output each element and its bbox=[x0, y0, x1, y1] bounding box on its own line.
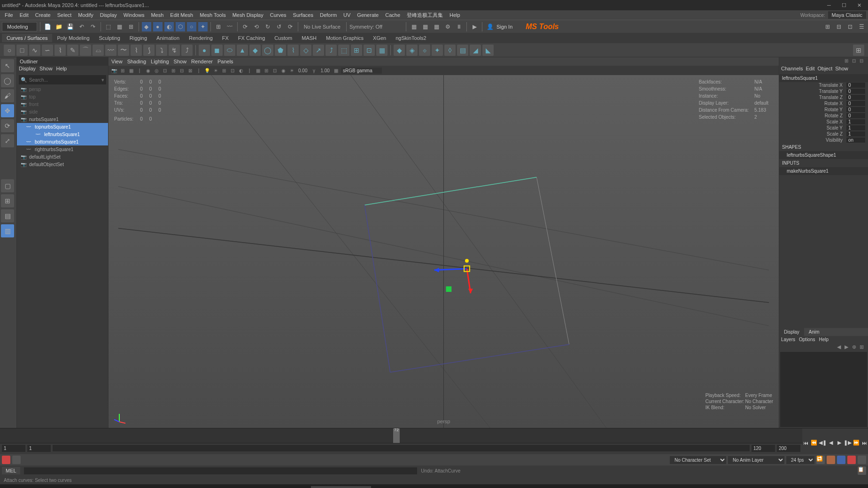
mask-icon[interactable]: ● bbox=[153, 22, 163, 31]
shelf-tab[interactable]: FX bbox=[217, 34, 233, 42]
surface-icon[interactable]: ◊ bbox=[444, 45, 456, 56]
menu-create[interactable]: Create bbox=[32, 11, 54, 19]
menu-curves[interactable]: Curves bbox=[267, 11, 289, 19]
surface-icon[interactable]: ⌇ bbox=[287, 45, 299, 56]
outliner-item[interactable]: 📷defaultObjectSet bbox=[17, 160, 108, 168]
mask-icon[interactable]: ⬡ bbox=[176, 22, 185, 31]
surface-icon[interactable]: ⊡ bbox=[364, 45, 375, 56]
attribute-value[interactable]: 1 bbox=[846, 125, 865, 130]
vp-tool-icon[interactable]: | bbox=[195, 67, 202, 74]
nurbs-square-icon[interactable]: □ bbox=[16, 45, 28, 56]
signin-button[interactable]: Sign In bbox=[496, 24, 512, 30]
selected-object-name[interactable]: leftnurbsSquare1 bbox=[779, 74, 868, 82]
play-icon[interactable]: ▶ bbox=[470, 22, 479, 31]
vp-tool-icon[interactable]: ⊡ bbox=[161, 67, 169, 74]
vp-tool-icon[interactable]: ⊟ bbox=[178, 67, 186, 74]
menu-mesh-display[interactable]: Mesh Display bbox=[230, 11, 266, 19]
menu-generate[interactable]: Generate bbox=[354, 11, 381, 19]
outliner-item[interactable]: 〰leftnurbsSquare1 bbox=[17, 130, 108, 138]
attribute-value[interactable]: on bbox=[846, 137, 865, 143]
module-selector[interactable]: Modeling bbox=[2, 22, 37, 31]
dropdown-icon[interactable]: ▾ bbox=[101, 77, 104, 83]
workspace-selector[interactable]: Maya Classic bbox=[828, 11, 866, 19]
viewport-menu-item[interactable]: Lighting bbox=[151, 59, 169, 64]
pencil-icon[interactable]: ✎ bbox=[67, 45, 78, 56]
curve-tool-icon[interactable]: ↯ bbox=[169, 45, 180, 56]
vp-camera-icon[interactable]: 📷 bbox=[110, 67, 118, 74]
menu-help[interactable]: Help bbox=[447, 11, 463, 19]
vp-tool-icon[interactable]: ▦ bbox=[127, 67, 135, 74]
attribute-value[interactable]: 1 bbox=[846, 119, 865, 124]
taskbar-item[interactable] bbox=[113, 486, 130, 488]
input-name[interactable]: makeNurbsSquare1 bbox=[779, 167, 868, 175]
save-scene-icon[interactable]: 💾 bbox=[66, 22, 75, 31]
arc-icon[interactable]: ⌓ bbox=[93, 45, 104, 56]
channel-menu-item[interactable]: Channels bbox=[781, 66, 803, 74]
taskbar-item[interactable]: 快捷截图面 bbox=[35, 486, 79, 488]
menu-display[interactable]: Display bbox=[97, 11, 120, 19]
vp-tool-icon[interactable]: ▦ bbox=[333, 67, 340, 74]
loop-icon[interactable]: 🔁 bbox=[816, 456, 825, 464]
menu-file[interactable]: File bbox=[2, 11, 16, 19]
shelf-tab[interactable]: Animation bbox=[152, 34, 184, 42]
vp-tool-icon[interactable]: ☀ bbox=[212, 67, 219, 74]
channel-icon[interactable]: ⊡ bbox=[852, 58, 859, 65]
curve-tool-icon[interactable]: ⌇ bbox=[131, 45, 142, 56]
bezier-icon[interactable]: ⌇ bbox=[54, 45, 66, 56]
history-icon[interactable]: ↻ bbox=[263, 22, 272, 31]
ep-curve-icon[interactable]: ∿ bbox=[29, 45, 40, 56]
cone-icon[interactable]: ▲ bbox=[237, 45, 248, 56]
sound-icon[interactable] bbox=[827, 456, 835, 464]
script-editor-icon[interactable]: 📋 bbox=[858, 466, 866, 475]
surface-icon[interactable]: ◣ bbox=[482, 45, 494, 56]
attribute-label[interactable]: Translate Y bbox=[782, 89, 846, 94]
layout-icon[interactable]: ⊟ bbox=[834, 22, 844, 31]
vp-tool-icon[interactable]: ◐ bbox=[237, 67, 245, 74]
shape-name[interactable]: leftnurbsSquareShape1 bbox=[779, 151, 868, 159]
layer-icon[interactable]: ◀ bbox=[837, 344, 844, 350]
outliner-menu-item[interactable]: Show bbox=[39, 66, 53, 74]
vp-tool-icon[interactable]: γ bbox=[310, 67, 318, 74]
gamma-value[interactable]: 1.00 bbox=[318, 68, 331, 73]
history-icon[interactable]: ⟳ bbox=[286, 22, 295, 31]
attribute-label[interactable]: Scale Z bbox=[782, 131, 846, 137]
torus-icon[interactable]: ◯ bbox=[262, 45, 273, 56]
step-back-icon[interactable]: ⏪ bbox=[810, 439, 817, 447]
viewport-menu-item[interactable]: Renderer bbox=[191, 59, 213, 64]
play-back-icon[interactable]: ◀ bbox=[828, 439, 835, 447]
vp-tool-icon[interactable]: ⊞ bbox=[263, 67, 270, 74]
layer-menu-item[interactable]: Help bbox=[819, 337, 829, 342]
outliner-item[interactable]: 〰topnurbsSquare1 bbox=[17, 123, 108, 130]
vp-tool-icon[interactable]: ⊞ bbox=[119, 67, 126, 74]
vp-tool-icon[interactable]: ◉ bbox=[279, 67, 287, 74]
range-end-input[interactable] bbox=[752, 445, 775, 452]
select-hierarchy-icon[interactable]: ⬚ bbox=[104, 22, 113, 31]
prev-key-icon[interactable]: ◀❚ bbox=[819, 439, 827, 447]
surface-icon[interactable]: ⟐ bbox=[419, 45, 430, 56]
viewport-menu-item[interactable]: Show bbox=[174, 59, 187, 64]
menu-mesh-tools[interactable]: Mesh Tools bbox=[197, 11, 228, 19]
snap-curve-icon[interactable]: 〰 bbox=[225, 22, 234, 31]
outliner-item[interactable]: 📷defaultLightSet bbox=[17, 153, 108, 160]
go-start-icon[interactable]: ⏮ bbox=[802, 439, 809, 447]
taskbar-item[interactable] bbox=[79, 486, 96, 488]
tab-display[interactable]: Display bbox=[779, 328, 804, 336]
command-input[interactable] bbox=[24, 467, 418, 474]
move-tool-icon[interactable]: ✥ bbox=[1, 104, 14, 117]
vp-tool-icon[interactable]: ⊞ bbox=[220, 67, 228, 74]
vp-tool-icon[interactable]: ▦ bbox=[254, 67, 262, 74]
curve-tool-icon[interactable]: ⤴ bbox=[181, 45, 193, 56]
open-scene-icon[interactable]: 📁 bbox=[54, 22, 64, 31]
vp-tool-icon[interactable]: ⊡ bbox=[229, 67, 236, 74]
menu-edit-mesh[interactable]: Edit Mesh bbox=[167, 11, 196, 19]
viewport-menu-item[interactable]: Shading bbox=[127, 59, 146, 64]
vp-tool-icon[interactable]: ⊡ bbox=[271, 67, 279, 74]
go-end-icon[interactable]: ⏭ bbox=[861, 439, 868, 447]
attribute-label[interactable]: Translate Z bbox=[782, 95, 846, 100]
maximize-button[interactable]: ☐ bbox=[837, 1, 851, 9]
layer-list[interactable] bbox=[780, 352, 867, 427]
attribute-label[interactable]: Rotate Z bbox=[782, 113, 846, 118]
shelf-tab[interactable]: Curves / Surfaces bbox=[2, 34, 52, 42]
surface-icon[interactable]: ⊞ bbox=[351, 45, 362, 56]
shelf-tab[interactable]: Motion Graphics bbox=[321, 34, 368, 42]
